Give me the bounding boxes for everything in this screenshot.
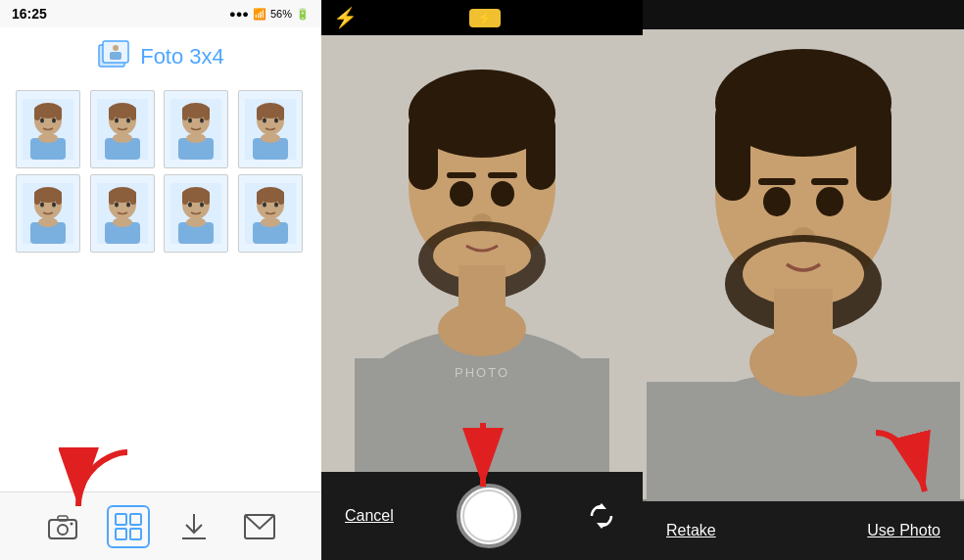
retake-button[interactable]: Retake [666, 522, 716, 539]
svg-point-64 [200, 203, 204, 208]
photo-grid [0, 90, 321, 253]
svg-rect-91 [409, 112, 438, 190]
preview-photo [643, 0, 964, 501]
flash-badge: ⚡ [469, 9, 501, 27]
svg-point-27 [188, 118, 192, 123]
svg-rect-80 [116, 514, 126, 525]
svg-rect-81 [130, 514, 141, 525]
svg-rect-3 [110, 52, 121, 60]
photo-thumb-2 [90, 90, 155, 168]
svg-point-46 [52, 203, 56, 208]
svg-point-2 [113, 45, 119, 51]
grid-button[interactable] [107, 505, 150, 548]
svg-point-103 [438, 302, 526, 356]
svg-rect-44 [56, 191, 62, 205]
svg-point-37 [274, 118, 278, 123]
flash-symbol: ⚡ [477, 11, 493, 25]
svg-point-28 [200, 118, 204, 123]
panel-app-screen: 16:25 ●●● 📶 56% 🔋 Foto 3x4 [0, 0, 321, 560]
preview-controls: Retake Use Photo [643, 501, 964, 560]
svg-rect-25 [182, 107, 188, 120]
svg-point-73 [274, 203, 278, 208]
mail-button[interactable] [238, 505, 281, 548]
photo-thumb-4 [238, 90, 303, 168]
svg-point-19 [126, 118, 130, 123]
shutter-inner [462, 490, 515, 542]
svg-point-72 [263, 203, 266, 208]
svg-rect-114 [811, 178, 848, 185]
svg-rect-52 [109, 191, 115, 205]
camera-top-bar: ⚡ ⚡ [321, 0, 643, 35]
svg-point-45 [40, 203, 44, 208]
svg-point-39 [261, 133, 280, 143]
svg-rect-111 [715, 98, 750, 201]
svg-rect-61 [182, 191, 188, 205]
svg-point-30 [186, 133, 206, 143]
cancel-button[interactable]: Cancel [345, 507, 394, 525]
svg-point-10 [52, 118, 56, 123]
svg-point-36 [263, 118, 266, 123]
svg-point-116 [816, 187, 844, 216]
preview-person-svg [643, 0, 964, 501]
svg-rect-83 [130, 529, 141, 539]
svg-rect-94 [488, 172, 517, 178]
panel-preview-screen: Retake Use Photo [643, 0, 964, 560]
svg-point-115 [763, 187, 791, 216]
svg-point-48 [38, 217, 58, 227]
flash-bolt-icon[interactable]: ⚡ [333, 6, 358, 29]
svg-point-95 [450, 181, 473, 207]
svg-rect-62 [204, 191, 210, 205]
svg-rect-112 [856, 98, 892, 201]
svg-rect-92 [526, 112, 555, 190]
svg-rect-107 [643, 0, 964, 29]
toolbar [0, 491, 321, 560]
svg-point-12 [38, 133, 58, 143]
svg-rect-8 [56, 107, 62, 120]
svg-point-55 [126, 203, 130, 208]
battery-text: 56% [270, 8, 292, 20]
svg-rect-78 [58, 516, 68, 521]
svg-rect-26 [204, 107, 210, 120]
svg-point-96 [491, 181, 514, 207]
svg-point-77 [58, 525, 68, 535]
svg-point-9 [40, 118, 44, 123]
signal-icon: ●●● [229, 8, 249, 20]
camera-button[interactable] [41, 505, 84, 548]
camera-person-svg [321, 35, 643, 472]
svg-point-57 [113, 217, 132, 227]
svg-rect-70 [257, 191, 263, 205]
svg-rect-16 [109, 107, 115, 120]
app-title: Foto 3x4 [140, 44, 224, 70]
shutter-button[interactable] [457, 484, 521, 548]
flip-camera-button[interactable] [584, 498, 619, 534]
app-header: Foto 3x4 [97, 39, 224, 74]
svg-rect-43 [34, 191, 40, 205]
use-photo-button[interactable]: Use Photo [867, 522, 940, 539]
photo-thumb-3 [164, 90, 228, 168]
svg-point-21 [113, 133, 132, 143]
app-icon [97, 39, 132, 74]
photo-thumb-5 [16, 174, 80, 253]
svg-point-54 [115, 203, 119, 208]
camera-controls: Cancel [321, 472, 643, 560]
svg-rect-113 [758, 178, 795, 185]
svg-rect-122 [647, 382, 960, 501]
status-icons: ●●● 📶 56% 🔋 [229, 8, 310, 21]
status-time: 16:25 [12, 6, 47, 22]
svg-point-66 [186, 217, 206, 227]
status-bar: 16:25 ●●● 📶 56% 🔋 [0, 0, 321, 27]
svg-rect-93 [447, 172, 476, 178]
svg-point-79 [70, 522, 72, 525]
svg-rect-7 [34, 107, 40, 120]
svg-point-75 [261, 217, 280, 227]
photo-thumb-8 [238, 174, 303, 253]
svg-rect-17 [130, 107, 136, 120]
photo-mode-label: PHOTO [455, 365, 509, 380]
photo-thumb-6 [90, 174, 155, 253]
photo-thumb-1 [16, 90, 80, 168]
svg-point-63 [188, 203, 192, 208]
svg-point-123 [749, 328, 857, 397]
svg-rect-82 [116, 529, 126, 539]
download-button[interactable] [172, 505, 216, 548]
svg-rect-53 [130, 191, 136, 205]
